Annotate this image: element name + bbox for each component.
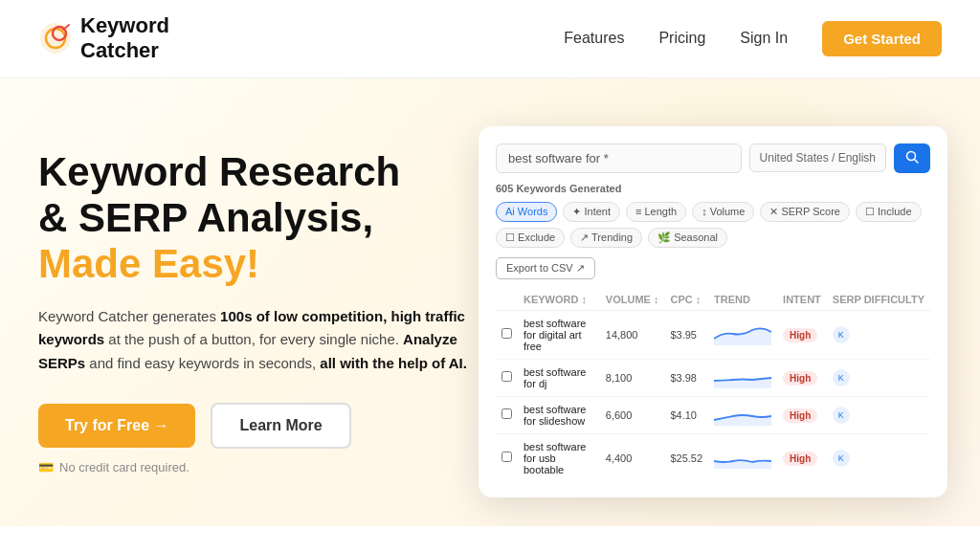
- filter-trending[interactable]: ↗ Trending: [570, 228, 642, 248]
- logo-icon: [38, 21, 73, 55]
- cell-trend: [708, 396, 777, 433]
- cell-cpc: $4.10: [664, 396, 708, 433]
- hero-section: Keyword Research & SERP Analysis, Made E…: [0, 78, 980, 526]
- mock-generated-count: 605 Keywords Generated: [496, 183, 930, 194]
- table-row: best software for slideshow 6,600 $4.10 …: [496, 396, 930, 433]
- logo[interactable]: Keyword Catcher: [38, 13, 169, 64]
- try-free-button[interactable]: Try for Free →: [38, 404, 195, 448]
- col-intent: INTENT: [777, 289, 827, 311]
- col-volume: VOLUME ↕: [600, 289, 665, 311]
- mock-search-input: best software for *: [496, 143, 742, 173]
- table-row: best software for digital art free 14,80…: [496, 310, 930, 359]
- nav-signin[interactable]: Sign In: [740, 30, 788, 47]
- hero-subtext: Keyword Catcher generates 100s of low co…: [38, 305, 479, 376]
- get-started-button[interactable]: Get Started: [822, 21, 942, 56]
- mock-export-button[interactable]: Export to CSV ↗: [496, 257, 595, 279]
- cell-volume: 8,100: [600, 359, 665, 396]
- cell-cpc: $25.52: [664, 433, 708, 482]
- hero-heading-orange: Made Easy!: [38, 241, 259, 286]
- col-checkbox: [496, 289, 518, 311]
- mock-search-row: best software for * United States / Engl…: [496, 143, 930, 173]
- cell-volume: 14,800: [600, 310, 665, 359]
- filter-include[interactable]: ☐ Include: [856, 202, 922, 222]
- cell-trend: [708, 433, 777, 482]
- learn-more-button[interactable]: Learn More: [211, 403, 350, 449]
- col-cpc: CPC ↕: [664, 289, 708, 311]
- table-row: best software for dj 8,100 $3.98 High K: [496, 359, 930, 396]
- cell-volume: 6,600: [600, 396, 665, 433]
- table-row: best software for usb bootable 4,400 $25…: [496, 433, 930, 482]
- cell-trend: [708, 310, 777, 359]
- cell-difficulty: K: [827, 310, 930, 359]
- filter-exclude[interactable]: ☐ Exclude: [496, 228, 565, 248]
- hero-content: Keyword Research & SERP Analysis, Made E…: [38, 149, 479, 474]
- mock-search-button[interactable]: [894, 143, 930, 173]
- no-credit-label: 💳 No credit card required.: [38, 460, 479, 474]
- intent-badge: High: [783, 371, 817, 386]
- nav-links: Features Pricing Sign In Get Started: [564, 21, 942, 56]
- cell-difficulty: K: [827, 396, 930, 433]
- logo-line1: Keyword: [80, 13, 169, 37]
- cell-difficulty: K: [827, 359, 930, 396]
- intent-badge: High: [783, 452, 817, 466]
- intent-badge: High: [783, 328, 817, 342]
- mock-keyword-tool: best software for * United States / Engl…: [479, 126, 947, 497]
- mock-locale: United States / English: [749, 143, 886, 172]
- credit-card-icon: 💳: [38, 460, 54, 474]
- nav-pricing[interactable]: Pricing: [658, 30, 705, 47]
- cell-difficulty: K: [827, 433, 930, 482]
- nav-features[interactable]: Features: [564, 30, 624, 47]
- bottom-section: How Keyword Catcher Works: [0, 526, 980, 551]
- cell-intent: High: [777, 359, 827, 396]
- filter-words[interactable]: Ai Words: [496, 202, 557, 222]
- cell-keyword: best software for slideshow: [518, 396, 600, 433]
- filter-serp[interactable]: ✕ SERP Score: [760, 202, 850, 222]
- cell-intent: High: [777, 310, 827, 359]
- cell-intent: High: [777, 396, 827, 433]
- col-keyword: KEYWORD ↕: [518, 289, 600, 311]
- filter-volume[interactable]: ↕ Volume: [692, 202, 754, 222]
- col-trend: TREND: [708, 289, 777, 311]
- mock-filters: Ai Words ✦ Intent ≡ Length ↕ Volume ✕ SE…: [496, 202, 930, 248]
- cell-volume: 4,400: [600, 433, 665, 482]
- logo-line2: Catcher: [80, 38, 159, 62]
- hero-illustration: best software for * United States / Engl…: [479, 126, 947, 497]
- cell-keyword: best software for digital art free: [518, 310, 600, 359]
- mock-results-table: KEYWORD ↕ VOLUME ↕ CPC ↕ TREND INTENT SE…: [496, 289, 930, 482]
- cell-trend: [708, 359, 777, 396]
- cell-cpc: $3.95: [664, 310, 708, 359]
- hero-heading: Keyword Research & SERP Analysis, Made E…: [38, 149, 479, 288]
- hero-buttons: Try for Free → Learn More: [38, 403, 479, 449]
- intent-badge: High: [783, 408, 817, 423]
- cell-keyword: best software for usb bootable: [518, 433, 600, 482]
- filter-intent[interactable]: ✦ Intent: [563, 202, 620, 222]
- svg-line-5: [915, 159, 919, 163]
- navbar: Keyword Catcher Features Pricing Sign In…: [0, 0, 980, 78]
- cell-cpc: $3.98: [664, 359, 708, 396]
- search-icon: [905, 150, 919, 164]
- filter-seasonal[interactable]: 🌿 Seasonal: [648, 228, 727, 248]
- cell-keyword: best software for dj: [518, 359, 600, 396]
- col-difficulty: SERP DIFFICULTY: [827, 289, 930, 311]
- cell-intent: High: [777, 433, 827, 482]
- filter-length[interactable]: ≡ Length: [626, 202, 686, 222]
